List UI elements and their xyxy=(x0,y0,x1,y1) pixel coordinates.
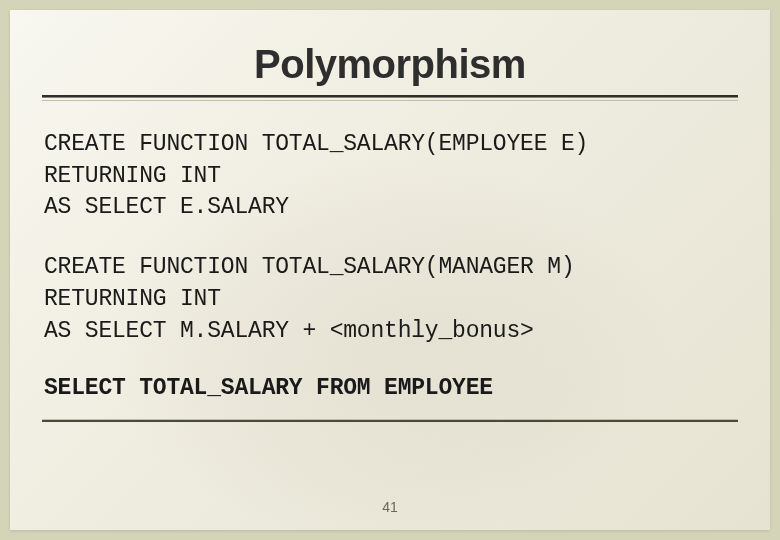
code-block-employee: CREATE FUNCTION TOTAL_SALARY(EMPLOYEE E)… xyxy=(44,129,736,224)
footer-divider xyxy=(42,420,738,422)
title-divider xyxy=(42,95,738,98)
code-block-query: SELECT TOTAL_SALARY FROM EMPLOYEE xyxy=(44,375,736,401)
slide-title: Polymorphism xyxy=(42,42,738,87)
title-divider-sub xyxy=(42,100,738,101)
code-block-manager: CREATE FUNCTION TOTAL_SALARY(MANAGER M) … xyxy=(44,252,736,347)
page-number: 41 xyxy=(10,499,770,515)
slide-content: CREATE FUNCTION TOTAL_SALARY(EMPLOYEE E)… xyxy=(42,129,738,401)
slide: Polymorphism CREATE FUNCTION TOTAL_SALAR… xyxy=(10,10,770,530)
